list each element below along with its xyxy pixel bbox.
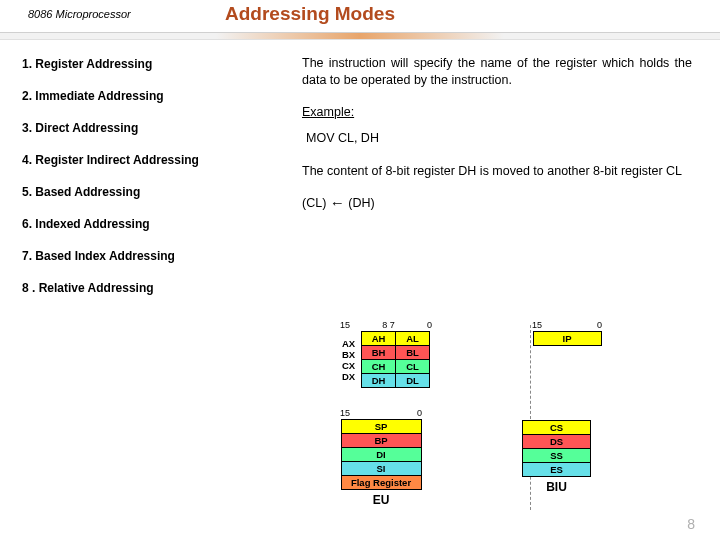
mode-item: 8 . Relative Addressing [22, 281, 272, 295]
assign-right: (DH) [348, 196, 374, 210]
reg-cell: SP [341, 420, 421, 434]
bit-label: 15 [532, 320, 542, 330]
arrow-left-icon: ← [330, 194, 345, 211]
modes-list: 1. Register Addressing 2. Immediate Addr… [22, 55, 272, 313]
eu-label: EU [373, 493, 390, 507]
assign-left: (CL) [302, 196, 326, 210]
bit-label: 15 [340, 408, 350, 418]
reg-label: DX [342, 371, 355, 382]
example-label: Example: [302, 105, 692, 119]
mode-item: 1. Register Addressing [18, 55, 272, 75]
register-diagram: 15 8 7 0 AX BX CX DX AHAL BHBL CHCL DHDL [340, 320, 690, 527]
bit-label: 15 [340, 320, 350, 330]
bit-label: 0 [597, 320, 602, 330]
page-number: 8 [687, 516, 695, 532]
reg-cell: AL [396, 332, 430, 346]
reg-cell: CL [396, 360, 430, 374]
reg-label: AX [342, 338, 355, 349]
reg-cell: IP [533, 332, 601, 346]
assignment-line: (CL) ← (DH) [302, 194, 692, 211]
content-column: The instruction will specify the name of… [302, 55, 692, 221]
reg-cell: SI [341, 462, 421, 476]
description-2: The content of 8-bit register DH is move… [302, 163, 692, 180]
example-code: MOV CL, DH [302, 129, 383, 149]
reg-cell: DH [362, 374, 396, 388]
ip-register: 15 0 IP [532, 320, 602, 388]
reg-cell: CS [523, 421, 591, 435]
mode-item: 3. Direct Addressing [22, 121, 272, 135]
reg-label: CX [342, 360, 355, 371]
reg-cell: CH [362, 360, 396, 374]
reg-cell: DS [523, 435, 591, 449]
reg-cell: Flag Register [341, 476, 421, 490]
reg-cell: BL [396, 346, 430, 360]
reg-cell: DI [341, 448, 421, 462]
mode-item: 5. Based Addressing [22, 185, 272, 199]
reg-cell: BP [341, 434, 421, 448]
description: The instruction will specify the name of… [302, 55, 692, 89]
bit-label: 8 7 [382, 320, 395, 330]
reg-cell: DL [396, 374, 430, 388]
biu-registers: CS DS SS ES BIU [522, 408, 591, 507]
reg-cell: ES [523, 463, 591, 477]
reg-label: BX [342, 349, 355, 360]
title-underline [0, 32, 720, 40]
mode-item: 7. Based Index Addressing [22, 249, 272, 263]
biu-label: BIU [546, 480, 567, 494]
reg-cell: SS [523, 449, 591, 463]
reg-cell: BH [362, 346, 396, 360]
reg-cell: AH [362, 332, 396, 346]
mode-item: 6. Indexed Addressing [22, 217, 272, 231]
gp-registers: 15 8 7 0 AX BX CX DX AHAL BHBL CHCL DHDL [340, 320, 432, 388]
eu-registers: 15 0 SP BP DI SI Flag Register EU [340, 408, 422, 507]
page-title: Addressing Modes [225, 3, 395, 25]
mode-item: 4. Register Indirect Addressing [22, 153, 272, 167]
header-small: 8086 Microprocessor [28, 8, 131, 20]
mode-item: 2. Immediate Addressing [22, 89, 272, 103]
bit-label: 0 [417, 408, 422, 418]
bit-label: 0 [427, 320, 432, 330]
